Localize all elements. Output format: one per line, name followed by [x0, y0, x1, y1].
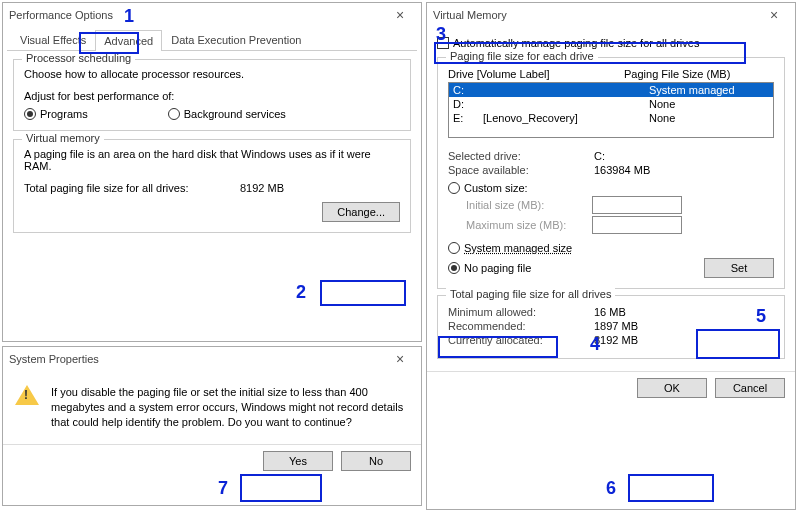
paging-per-drive-group: Paging file size for each drive Drive [V… — [437, 57, 785, 289]
radio-icon — [448, 242, 460, 254]
set-button[interactable]: Set — [704, 258, 774, 278]
perf-titlebar: Performance Options × — [3, 3, 421, 27]
drive-header: Drive [Volume Label] — [448, 68, 618, 80]
drive-letter: E: — [453, 112, 483, 124]
vm-title: Virtual Memory — [433, 9, 759, 21]
radio-icon — [168, 108, 180, 120]
proc-adjust: Adjust for best performance of: — [24, 90, 400, 102]
drive-label — [483, 98, 649, 110]
sys-buttons: Yes No — [3, 444, 421, 477]
selected-drive-value: C: — [594, 150, 605, 162]
radio-icon — [448, 182, 460, 194]
initial-size-label: Initial size (MB): — [466, 199, 586, 211]
virtual-memory-label: Virtual memory — [22, 132, 104, 144]
sys-message: If you disable the paging file or set th… — [51, 385, 409, 430]
radio-programs-label: Programs — [40, 108, 88, 120]
drive-row[interactable]: D: None — [449, 97, 773, 111]
virtual-memory-window: Virtual Memory × Automatically manage pa… — [426, 2, 796, 510]
performance-options-window: Performance Options × Visual Effects Adv… — [2, 2, 422, 342]
radio-custom-size[interactable]: Custom size: — [448, 182, 774, 194]
totals-group: Total paging file size for all drives Mi… — [437, 295, 785, 359]
warning-icon — [15, 385, 39, 430]
sys-titlebar: System Properties × — [3, 347, 421, 371]
initial-size-input[interactable] — [592, 196, 682, 214]
cancel-button[interactable]: Cancel — [715, 378, 785, 398]
vm-titlebar: Virtual Memory × — [427, 3, 795, 27]
vm-buttons: OK Cancel — [427, 371, 795, 404]
space-available-value: 163984 MB — [594, 164, 650, 176]
no-button[interactable]: No — [341, 451, 411, 471]
current-allocated-label: Currently allocated: — [448, 334, 588, 346]
tab-strip: Visual Effects Advanced Data Execution P… — [7, 27, 417, 51]
recommended-value: 1897 MB — [594, 320, 638, 332]
vm-total-label: Total paging file size for all drives: — [24, 182, 234, 194]
change-button[interactable]: Change... — [322, 202, 400, 222]
close-icon[interactable]: × — [385, 5, 415, 25]
vm-total-value: 8192 MB — [240, 182, 284, 194]
drive-letter: D: — [453, 98, 483, 110]
sys-title: System Properties — [9, 353, 385, 365]
system-managed-label: System managed size — [464, 242, 572, 254]
drive-row[interactable]: E: [Lenovo_Recovery] None — [449, 111, 773, 125]
processor-scheduling-label: Processor scheduling — [22, 52, 135, 64]
drive-size: None — [649, 112, 769, 124]
totals-label: Total paging file size for all drives — [446, 288, 615, 300]
paging-per-drive-label: Paging file size for each drive — [446, 50, 598, 62]
checkbox-icon — [437, 37, 449, 49]
radio-icon — [24, 108, 36, 120]
drive-label — [483, 84, 649, 96]
recommended-label: Recommended: — [448, 320, 588, 332]
maximum-size-input[interactable] — [592, 216, 682, 234]
ok-button[interactable]: OK — [637, 378, 707, 398]
auto-manage-label: Automatically manage paging file size fo… — [453, 37, 699, 49]
tab-advanced[interactable]: Advanced — [95, 30, 162, 51]
min-allowed-label: Minimum allowed: — [448, 306, 588, 318]
drive-size: System managed — [649, 84, 769, 96]
tab-dep[interactable]: Data Execution Prevention — [162, 29, 310, 50]
drive-label: [Lenovo_Recovery] — [483, 112, 649, 124]
current-allocated-value: 8192 MB — [594, 334, 638, 346]
vm-desc: A paging file is an area on the hard dis… — [24, 148, 384, 172]
custom-size-label: Custom size: — [464, 182, 528, 194]
proc-desc: Choose how to allocate processor resourc… — [24, 68, 400, 80]
radio-background-label: Background services — [184, 108, 286, 120]
radio-programs[interactable]: Programs — [24, 108, 88, 120]
no-paging-label: No paging file — [464, 262, 531, 274]
tab-visual-effects[interactable]: Visual Effects — [11, 29, 95, 50]
radio-background[interactable]: Background services — [168, 108, 286, 120]
close-icon[interactable]: × — [759, 5, 789, 25]
yes-button[interactable]: Yes — [263, 451, 333, 471]
virtual-memory-group: Virtual memory A paging file is an area … — [13, 139, 411, 233]
drive-row[interactable]: C: System managed — [449, 83, 773, 97]
drive-list[interactable]: C: System managed D: None E: [Lenovo_Rec… — [448, 82, 774, 138]
drive-size: None — [649, 98, 769, 110]
processor-scheduling-group: Processor scheduling Choose how to alloc… — [13, 59, 411, 131]
auto-manage-checkbox[interactable]: Automatically manage paging file size fo… — [437, 37, 785, 49]
size-header: Paging File Size (MB) — [624, 68, 730, 80]
selected-drive-label: Selected drive: — [448, 150, 588, 162]
radio-system-managed[interactable]: System managed size — [448, 242, 774, 254]
maximum-size-label: Maximum size (MB): — [466, 219, 586, 231]
radio-no-paging[interactable]: No paging file — [448, 262, 531, 274]
radio-icon — [448, 262, 460, 274]
perf-title: Performance Options — [9, 9, 385, 21]
close-icon[interactable]: × — [385, 349, 415, 369]
system-properties-dialog: System Properties × If you disable the p… — [2, 346, 422, 506]
space-available-label: Space available: — [448, 164, 588, 176]
drive-letter: C: — [453, 84, 483, 96]
min-allowed-value: 16 MB — [594, 306, 626, 318]
